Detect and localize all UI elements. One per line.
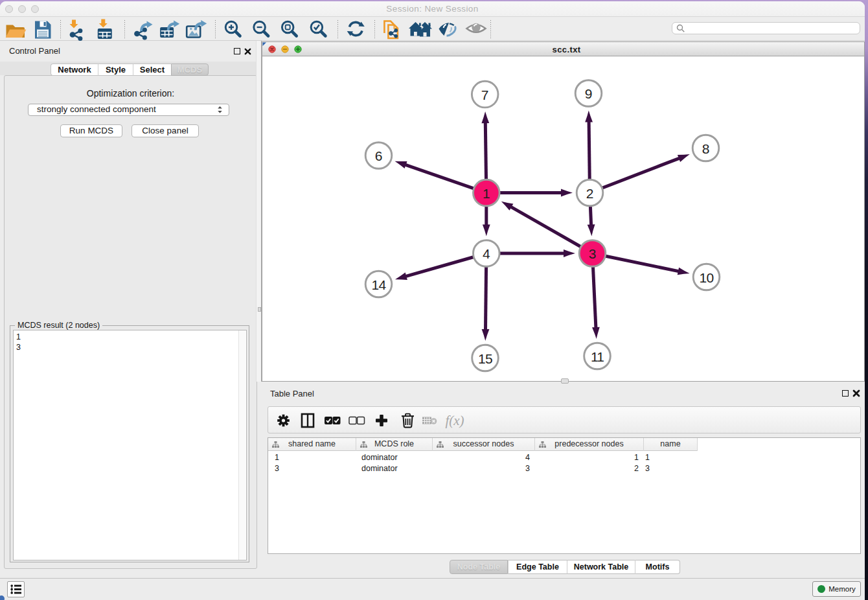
svg-text:7: 7 <box>481 87 489 102</box>
svg-text:11: 11 <box>591 349 604 364</box>
svg-text:2: 2 <box>586 186 594 201</box>
svg-text:3: 3 <box>589 246 597 261</box>
svg-text:6: 6 <box>375 148 383 163</box>
svg-text:14: 14 <box>372 277 387 292</box>
svg-text:f(x): f(x) <box>445 413 464 428</box>
svg-text:4: 4 <box>483 246 490 261</box>
svg-text:10: 10 <box>700 270 714 285</box>
svg-text:1: 1 <box>483 186 490 201</box>
svg-text:8: 8 <box>702 141 710 156</box>
svg-text:15: 15 <box>478 351 492 366</box>
svg-text:9: 9 <box>585 86 593 101</box>
